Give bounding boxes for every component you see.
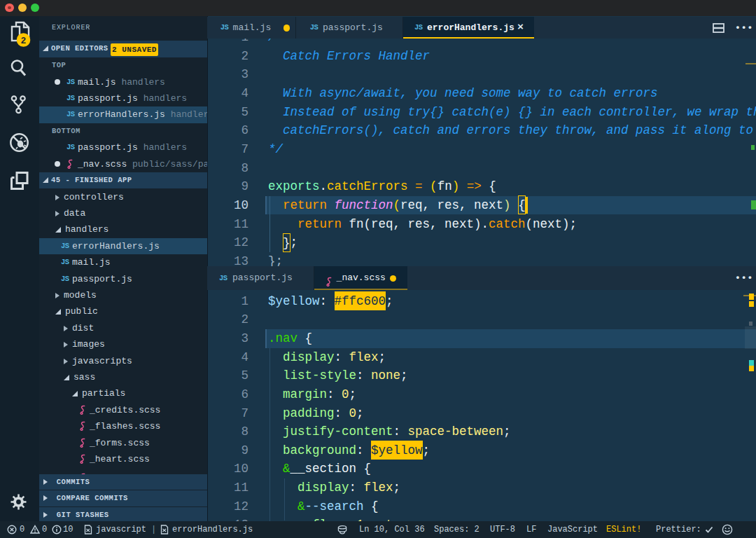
- svg-text:2: 2: [21, 36, 27, 46]
